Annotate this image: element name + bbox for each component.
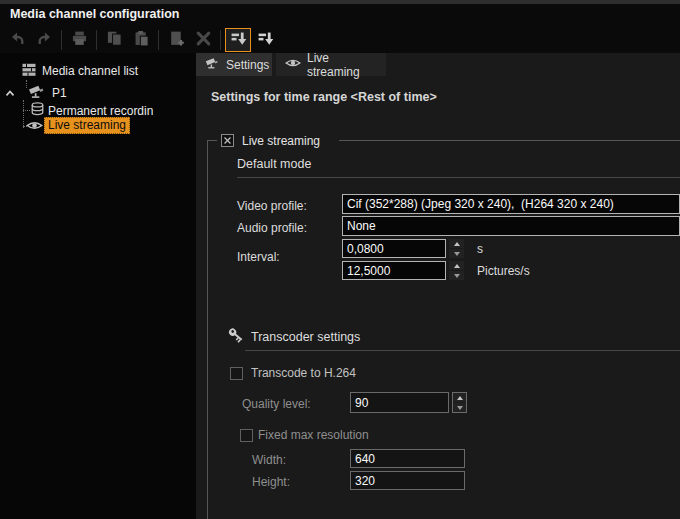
groupbox-border [207, 140, 217, 141]
tab-live-streaming-label: Live streaming [307, 51, 377, 79]
tab-settings[interactable]: Settings [196, 53, 272, 76]
media-channel-tree-panel: Media channel list P1 Permanent recordin… [0, 53, 196, 519]
audio-profile-input[interactable] [342, 216, 680, 236]
fixed-max-resolution-label: Fixed max resolution [258, 428, 369, 442]
spinner-down-button[interactable] [449, 249, 464, 258]
transcoder-section-title: Transcoder settings [251, 330, 360, 344]
interval-seconds-spinner [449, 239, 464, 258]
interval-rate-input[interactable] [342, 261, 446, 280]
live-streaming-enabled-checkbox[interactable] [221, 134, 234, 147]
width-label: Width: [252, 453, 286, 467]
default-mode-section-title: Default mode [237, 157, 311, 171]
groupbox-border [207, 140, 208, 519]
quality-level-input[interactable] [350, 392, 449, 413]
arrow-down-icon [454, 274, 460, 278]
toolbar [0, 26, 680, 53]
arrow-up-icon [454, 264, 460, 268]
apply-down-button[interactable] [252, 28, 278, 52]
eye-icon [285, 55, 301, 74]
transcode-h264-label: Transcode to H.264 [251, 366, 356, 380]
toolbar-separator [96, 30, 97, 50]
tree-item-permanent-recording[interactable]: Permanent recordin [48, 104, 153, 118]
interval-rate-unit: Pictures/s [477, 264, 530, 278]
tab-settings-label: Settings [226, 58, 269, 72]
spinner-down-button[interactable] [449, 271, 464, 280]
video-profile-label: Video profile: [237, 199, 307, 213]
tree-item-live-streaming-selected[interactable]: Live streaming [44, 117, 130, 134]
spinner-up-button[interactable] [453, 393, 466, 402]
interval-rate-spinner [449, 261, 464, 280]
fixed-max-resolution-checkbox[interactable] [240, 429, 253, 442]
transcode-h264-checkbox[interactable] [230, 367, 243, 380]
camera-icon [205, 56, 220, 74]
undo-button[interactable] [4, 28, 30, 52]
checkbox-x-mark-icon [222, 135, 233, 146]
collapse-chevron-icon[interactable] [3, 86, 17, 103]
window-top-edge [0, 0, 680, 4]
toolbar-separator [61, 30, 62, 50]
paste-button[interactable] [128, 28, 154, 52]
section-underline [237, 177, 680, 178]
key-icon [227, 326, 245, 347]
tree-connector [26, 80, 27, 88]
time-range-heading: Settings for time range <Rest of time> [211, 90, 437, 104]
toolbar-separator [158, 30, 159, 50]
audio-profile-label: Audio profile: [237, 221, 307, 235]
height-input[interactable] [350, 471, 465, 490]
arrow-up-icon [457, 396, 463, 400]
window-title: Media channel configuration [10, 7, 179, 21]
print-icon [71, 30, 88, 50]
copy-button[interactable] [101, 28, 127, 52]
interval-label: Interval: [237, 250, 280, 264]
width-input[interactable] [350, 449, 465, 468]
apply-to-all-button[interactable] [225, 28, 251, 52]
eye-icon [26, 117, 43, 137]
video-profile-input[interactable] [342, 194, 680, 214]
groupbox-label: Live streaming [242, 134, 320, 148]
tree-connector [23, 110, 30, 111]
add-channel-button[interactable] [163, 28, 189, 52]
redo-button[interactable] [31, 28, 57, 52]
paste-icon [133, 30, 150, 50]
print-button[interactable] [66, 28, 92, 52]
media-channel-list-icon [21, 62, 37, 81]
toolbar-separator [220, 30, 221, 50]
section-underline [245, 350, 680, 351]
spinner-up-button[interactable] [449, 261, 464, 270]
quality-level-spinner [452, 392, 467, 413]
spinner-down-button[interactable] [453, 403, 466, 412]
add-channel-icon [168, 30, 185, 50]
delete-button[interactable] [190, 28, 216, 52]
arrow-up-icon [454, 242, 460, 246]
tree-item-p1[interactable]: P1 [52, 86, 67, 100]
copy-icon [106, 30, 123, 50]
arrow-down-icon [457, 406, 463, 410]
redo-icon [36, 30, 53, 50]
tree-connector [23, 100, 24, 128]
groupbox-border [339, 140, 680, 141]
tab-live-streaming[interactable]: Live streaming [276, 53, 386, 76]
settings-panel: Settings Live streaming Settings for tim… [196, 53, 680, 519]
apply-to-all-icon [230, 30, 247, 50]
interval-seconds-input[interactable] [342, 239, 446, 258]
height-label: Height: [252, 475, 290, 489]
quality-level-label: Quality level: [242, 397, 311, 411]
delete-icon [195, 30, 212, 50]
media-channel-configuration-window: Media channel configuration [0, 0, 680, 519]
arrow-down-icon [454, 252, 460, 256]
apply-down-icon [257, 30, 274, 50]
interval-seconds-unit: s [477, 242, 483, 256]
undo-icon [9, 30, 26, 50]
tree-item-media-channel-list[interactable]: Media channel list [42, 64, 138, 78]
spinner-up-button[interactable] [449, 239, 464, 248]
